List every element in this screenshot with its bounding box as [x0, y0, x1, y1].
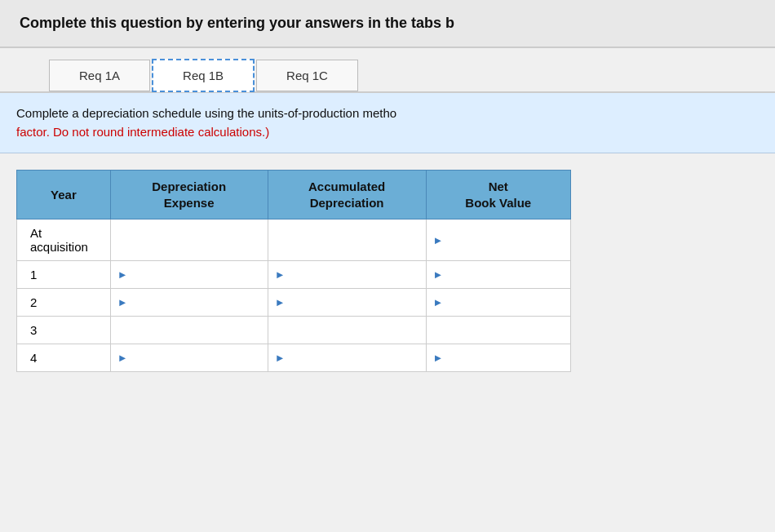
instructions-main: Complete a depreciation schedule using t… — [16, 106, 396, 120]
year-4: 4 — [17, 344, 111, 372]
acc-dep-3-input[interactable] — [275, 323, 419, 337]
book-val-4: ► — [426, 344, 571, 372]
acc-dep-4-input[interactable] — [289, 351, 419, 365]
dep-exp-3-input[interactable] — [117, 323, 261, 337]
year-at-acquisition: At acquisition — [17, 219, 111, 261]
acc-dep-4: ► — [268, 344, 426, 372]
arrow-icon: ► — [433, 268, 444, 281]
page-header: Complete this question by entering your … — [0, 0, 775, 48]
dep-exp-at-acq-input[interactable] — [117, 233, 261, 247]
dep-exp-1-input[interactable] — [131, 268, 261, 282]
book-val-4-input[interactable] — [446, 351, 564, 365]
arrow-icon: ► — [117, 268, 128, 281]
acc-dep-2: ► — [268, 289, 426, 317]
year-1: 1 — [17, 261, 111, 289]
year-3: 3 — [17, 317, 111, 344]
book-val-at-acq-input[interactable] — [446, 233, 564, 247]
acc-dep-2-input[interactable] — [289, 295, 419, 309]
book-val-2: ► — [426, 289, 571, 317]
depreciation-table-container: Year Depreciation Expense Accumulated De… — [0, 153, 775, 388]
arrow-icon: ► — [275, 268, 286, 281]
acc-dep-at-acq-input[interactable] — [275, 233, 419, 247]
dep-exp-4-input[interactable] — [131, 351, 261, 365]
arrow-icon: ► — [433, 296, 444, 308]
dep-exp-2: ► — [110, 289, 268, 317]
instructions-box: Complete a depreciation schedule using t… — [0, 93, 775, 153]
table-row: At acquisition ► — [17, 219, 571, 261]
table-row: 2 ► ► ► — [17, 289, 571, 317]
dep-exp-at-acq — [110, 219, 268, 261]
book-val-3 — [426, 317, 571, 344]
table-row: 3 — [17, 317, 571, 344]
table-row: 1 ► ► ► — [17, 261, 571, 289]
arrow-icon: ► — [433, 234, 444, 246]
arrow-icon: ► — [117, 352, 128, 364]
book-val-1-input[interactable] — [446, 268, 564, 282]
header-text: Complete this question by entering your … — [20, 15, 454, 31]
acc-dep-1: ► — [268, 261, 426, 289]
arrow-icon: ► — [433, 352, 444, 364]
book-val-at-acq: ► — [426, 219, 571, 261]
acc-dep-1-input[interactable] — [289, 268, 419, 282]
tab-req1c[interactable]: Req 1C — [256, 60, 358, 91]
tab-req1a[interactable]: Req 1A — [49, 60, 150, 91]
dep-exp-2-input[interactable] — [131, 295, 261, 309]
book-val-2-input[interactable] — [446, 295, 564, 309]
col-year-header: Year — [17, 171, 111, 219]
tabs-container: Req 1A Req 1B Req 1C — [0, 48, 775, 93]
table-row: 4 ► ► ► — [17, 344, 571, 372]
year-2: 2 — [17, 289, 111, 317]
arrow-icon: ► — [275, 296, 286, 308]
acc-dep-3 — [268, 317, 426, 344]
dep-exp-3 — [110, 317, 268, 344]
col-dep-expense-header: Depreciation Expense — [110, 171, 268, 219]
col-book-value-header: Net Book Value — [426, 171, 571, 219]
arrow-icon: ► — [275, 352, 286, 364]
book-val-1: ► — [426, 261, 571, 289]
book-val-3-input[interactable] — [433, 323, 565, 337]
dep-exp-1: ► — [110, 261, 268, 289]
col-acc-dep-header: Accumulated Depreciation — [268, 171, 426, 219]
acc-dep-at-acq — [268, 219, 426, 261]
dep-exp-4: ► — [110, 344, 268, 372]
depreciation-table: Year Depreciation Expense Accumulated De… — [16, 170, 571, 372]
arrow-icon: ► — [117, 296, 128, 308]
instructions-red: factor. Do not round intermediate calcul… — [16, 125, 269, 139]
tab-req1b[interactable]: Req 1B — [152, 59, 255, 92]
